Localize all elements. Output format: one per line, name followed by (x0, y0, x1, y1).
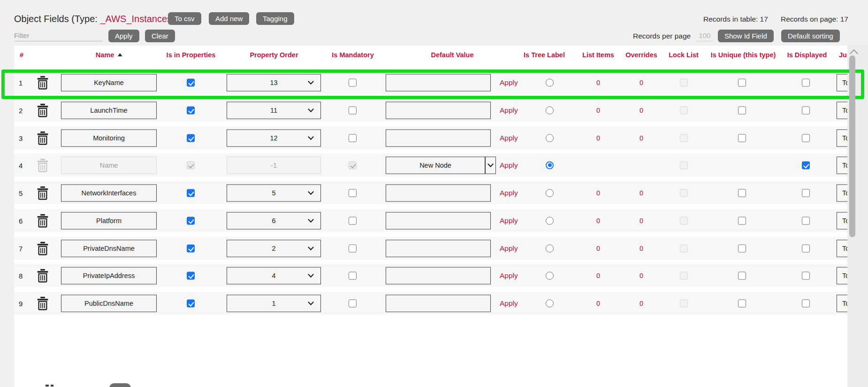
show-id-field-button[interactable]: Show Id Field (718, 30, 774, 42)
is-displayed-checkbox[interactable] (802, 217, 810, 224)
row-apply-link[interactable]: Apply (500, 189, 518, 197)
property-order-select[interactable]: 11 (227, 101, 321, 119)
overrides-count[interactable]: 0 (632, 245, 651, 252)
column-header-name[interactable]: Name (96, 51, 122, 59)
delete-row-icon[interactable] (37, 186, 49, 200)
row-apply-link[interactable]: Apply (500, 134, 518, 142)
is-tree-label-radio[interactable] (546, 78, 554, 86)
default-value-input[interactable] (386, 156, 485, 174)
records-per-page-input[interactable] (696, 30, 713, 41)
is-mandatory-checkbox[interactable] (349, 271, 357, 279)
list-items-count[interactable]: 0 (589, 79, 608, 86)
pagination-button-partial[interactable] (109, 383, 131, 387)
field-name-input[interactable] (61, 240, 157, 257)
overrides-count[interactable]: 0 (632, 272, 651, 279)
row-apply-link[interactable]: Apply (500, 217, 518, 225)
list-items-count[interactable]: 0 (589, 300, 608, 307)
is-in-properties-checkbox[interactable] (187, 217, 195, 224)
add-new-button[interactable]: Add new (209, 12, 249, 25)
scrollbar-thumb[interactable] (849, 55, 855, 237)
is-in-properties-checkbox[interactable] (187, 189, 195, 197)
field-name-input[interactable] (61, 294, 157, 312)
field-name-input[interactable] (61, 267, 157, 284)
default-value-input[interactable] (386, 294, 491, 312)
is-mandatory-checkbox[interactable] (349, 78, 357, 86)
is-displayed-checkbox[interactable] (802, 189, 810, 197)
filter-clear-button[interactable]: Clear (145, 30, 175, 42)
is-mandatory-checkbox[interactable] (349, 189, 357, 197)
row-apply-link[interactable]: Apply (500, 271, 518, 280)
delete-row-icon[interactable] (37, 103, 49, 117)
default-sorting-button[interactable]: Default sorting (781, 30, 840, 42)
default-value-input[interactable] (386, 74, 491, 91)
row-apply-link[interactable]: Apply (500, 106, 518, 115)
overrides-count[interactable]: 0 (632, 189, 651, 197)
is-tree-label-radio[interactable] (546, 244, 554, 252)
is-mandatory-checkbox[interactable] (349, 134, 357, 142)
delete-row-icon[interactable] (37, 214, 49, 228)
is-in-properties-checkbox[interactable] (187, 134, 195, 142)
is-unique-checkbox[interactable] (738, 299, 746, 307)
field-name-input[interactable] (61, 212, 157, 229)
is-in-properties-checkbox[interactable] (187, 299, 195, 307)
delete-row-icon[interactable] (37, 131, 49, 145)
property-order-select[interactable]: 6 (227, 212, 321, 229)
delete-row-icon[interactable] (37, 269, 49, 283)
is-tree-label-radio[interactable] (546, 299, 554, 307)
overrides-count[interactable]: 0 (632, 217, 651, 224)
default-value-input[interactable] (386, 101, 491, 119)
is-mandatory-checkbox[interactable] (349, 299, 357, 307)
property-order-select[interactable]: 12 (227, 129, 321, 147)
field-name-input[interactable] (61, 184, 157, 201)
scrollbar-up-icon[interactable] (847, 46, 860, 57)
is-tree-label-radio[interactable] (546, 106, 554, 114)
property-order-select[interactable]: 4 (227, 267, 321, 284)
list-items-count[interactable]: 0 (589, 272, 608, 279)
default-value-dropdown[interactable] (485, 156, 496, 174)
default-value-input[interactable] (386, 184, 491, 201)
is-in-properties-checkbox[interactable] (187, 78, 195, 86)
is-tree-label-radio[interactable] (546, 271, 554, 279)
row-apply-link[interactable]: Apply (500, 299, 518, 308)
is-unique-checkbox[interactable] (738, 217, 746, 224)
is-displayed-checkbox[interactable] (802, 271, 810, 279)
list-items-count[interactable]: 0 (589, 189, 608, 197)
is-mandatory-checkbox[interactable] (349, 244, 357, 252)
is-unique-checkbox[interactable] (738, 244, 746, 252)
list-items-count[interactable]: 0 (589, 134, 608, 142)
is-tree-label-radio[interactable] (546, 134, 554, 142)
is-displayed-checkbox[interactable] (802, 244, 810, 252)
delete-row-icon[interactable] (37, 76, 49, 90)
list-items-count[interactable]: 0 (589, 107, 608, 114)
is-mandatory-checkbox[interactable] (349, 217, 357, 224)
is-unique-checkbox[interactable] (738, 134, 746, 142)
overrides-count[interactable]: 0 (632, 107, 651, 114)
list-items-count[interactable]: 0 (589, 245, 608, 252)
is-unique-checkbox[interactable] (738, 189, 746, 197)
list-items-count[interactable]: 0 (589, 217, 608, 224)
delete-row-icon[interactable] (37, 241, 49, 255)
filter-apply-button[interactable]: Apply (108, 30, 139, 42)
property-order-select[interactable]: 1 (227, 294, 321, 312)
delete-row-icon[interactable] (37, 296, 49, 310)
field-name-input[interactable] (61, 129, 157, 147)
is-mandatory-checkbox[interactable] (349, 106, 357, 114)
field-name-input[interactable] (61, 101, 157, 119)
is-in-properties-checkbox[interactable] (187, 244, 195, 252)
filter-input[interactable] (14, 30, 102, 41)
is-tree-label-radio[interactable] (546, 161, 554, 169)
is-unique-checkbox[interactable] (738, 271, 746, 279)
default-value-input[interactable] (386, 267, 491, 284)
default-value-input[interactable] (386, 129, 491, 147)
is-displayed-checkbox[interactable] (802, 78, 810, 86)
is-displayed-checkbox[interactable] (802, 161, 810, 169)
overrides-count[interactable]: 0 (632, 134, 651, 142)
property-order-select[interactable]: 2 (227, 240, 321, 257)
is-unique-checkbox[interactable] (738, 106, 746, 114)
is-displayed-checkbox[interactable] (802, 299, 810, 307)
property-order-select[interactable]: 13 (227, 74, 321, 91)
is-tree-label-radio[interactable] (546, 217, 554, 224)
object-type-link[interactable]: _AWS_Instances (100, 14, 172, 24)
to-csv-button[interactable]: To csv (168, 12, 201, 25)
property-order-select[interactable]: 5 (227, 184, 321, 201)
